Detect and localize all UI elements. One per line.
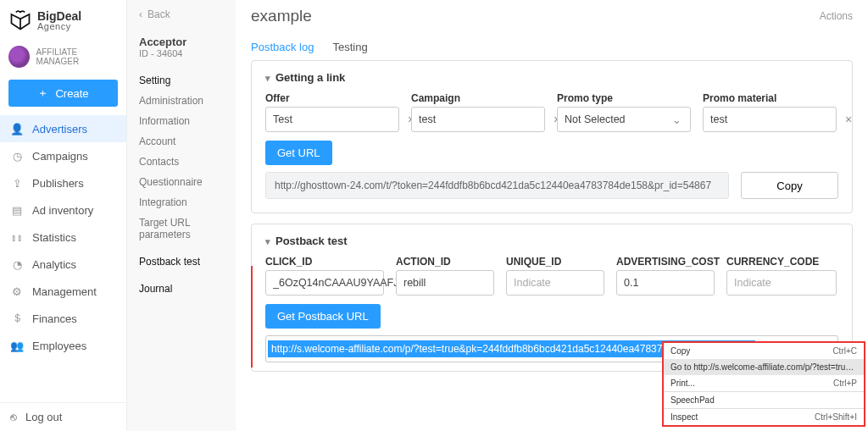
ctx-goto[interactable]: Go to http://s.welcome-affiliate.com/p/?… xyxy=(664,359,864,375)
ctx-inspect-label: Inspect xyxy=(670,412,698,422)
highlight-annotation xyxy=(251,266,253,367)
nav-ad-inventory[interactable]: ▤Ad inventory xyxy=(0,196,126,224)
nav-analytics[interactable]: ◔Analytics xyxy=(0,251,126,278)
click-id-label: CLICK_ID xyxy=(265,256,384,268)
sub-administration[interactable]: Administration xyxy=(139,91,236,111)
nav-label: Advertisers xyxy=(32,123,87,135)
exit-icon: ⎋ xyxy=(10,411,17,423)
inventory-icon: ▤ xyxy=(10,204,24,217)
back-label: Back xyxy=(147,8,170,20)
unique-id-input[interactable] xyxy=(506,270,604,296)
gear-icon: ⚙ xyxy=(10,285,24,298)
section-title: Postback test xyxy=(275,235,348,247)
nav-label: Campaigns xyxy=(32,150,88,163)
promo-mat-label: Promo material xyxy=(703,92,837,104)
get-url-button[interactable]: Get URL xyxy=(265,141,332,165)
ctx-copy[interactable]: CopyCtrl+C xyxy=(664,343,864,359)
nav-label: Analytics xyxy=(32,258,76,271)
tab-testing[interactable]: Testing xyxy=(332,41,367,53)
logout-label: Log out xyxy=(25,411,62,423)
actions-menu[interactable]: Actions xyxy=(820,10,853,22)
brand-logo-icon xyxy=(8,8,32,32)
nav-employees[interactable]: 👥Employees xyxy=(0,332,126,359)
ctx-print-label: Print... xyxy=(670,379,695,388)
logout-button[interactable]: ⎋ Log out xyxy=(0,402,126,431)
people-icon: 👥 xyxy=(10,340,24,352)
sub-contacts[interactable]: Contacts xyxy=(139,152,236,172)
page-title: example xyxy=(251,7,312,25)
pie-icon: ◔ xyxy=(10,258,24,271)
nav-label: Employees xyxy=(32,340,86,352)
offer-input[interactable]: × xyxy=(265,107,399,132)
ctx-goto-label: Go to http://s.welcome-affiliate.com/p/?… xyxy=(670,362,857,372)
acceptor-label: Acceptor xyxy=(139,36,236,48)
ctx-copy-shortcut: Ctrl+C xyxy=(832,346,857,356)
nav-statistics[interactable]: ⫾⫾Statistics xyxy=(0,224,126,251)
ctx-print-shortcut: Ctrl+P xyxy=(833,379,857,388)
clear-icon[interactable]: × xyxy=(843,113,854,126)
ctx-inspect-shortcut: Ctrl+Shift+I xyxy=(815,412,857,422)
chevron-down-icon[interactable] xyxy=(265,235,270,247)
promo-mat-input[interactable]: × xyxy=(703,107,837,132)
acceptor-id: ID - 34604 xyxy=(139,48,236,58)
nav-publishers[interactable]: ⇪Publishers xyxy=(0,169,126,196)
nav-management[interactable]: ⚙Management xyxy=(0,278,126,305)
currency-label: CURRENCY_CODE xyxy=(726,256,837,268)
adv-cost-label: ADVERTISING_COST xyxy=(616,256,715,268)
section-title: Getting a link xyxy=(275,71,345,84)
adv-cost-input[interactable] xyxy=(616,270,715,296)
nav-label: Publishers xyxy=(32,177,84,190)
upload-icon: ⇪ xyxy=(10,177,24,190)
generated-url[interactable]: http://ghosttown-24.com/t/?token=244fddf… xyxy=(265,172,729,199)
create-button[interactable]: ＋ Create xyxy=(8,80,118,107)
back-button[interactable]: ‹ Back xyxy=(139,8,236,20)
nav-advertisers[interactable]: 👤Advertisers xyxy=(0,115,126,142)
sub-target-url[interactable]: Target URL parameters xyxy=(139,213,236,245)
copy-button[interactable]: Copy xyxy=(741,172,838,199)
brand: BigDealAgency xyxy=(0,0,126,36)
nav-label: Statistics xyxy=(32,231,76,244)
unique-id-label: UNIQUE_ID xyxy=(506,256,604,268)
chevron-down-icon[interactable] xyxy=(265,71,270,84)
brand-name-2: Agency xyxy=(37,22,81,31)
dollar-icon: ＄ xyxy=(10,311,24,326)
chevron-left-icon: ‹ xyxy=(139,8,142,20)
clock-icon: ◷ xyxy=(10,150,24,163)
role-label: AFFILIATE MANAGER xyxy=(36,47,118,66)
sub-integration[interactable]: Integration xyxy=(139,192,236,213)
ctx-print[interactable]: Print...Ctrl+P xyxy=(664,375,864,391)
promo-type-label: Promo type xyxy=(557,92,691,104)
ctx-copy-label: Copy xyxy=(670,346,690,356)
ctx-inspect[interactable]: InspectCtrl+Shift+I xyxy=(664,409,864,425)
plus-icon: ＋ xyxy=(37,86,48,101)
action-id-input[interactable]: × xyxy=(396,270,494,296)
campaign-label: Campaign xyxy=(411,92,545,104)
click-id-input[interactable] xyxy=(265,270,384,296)
sub-information[interactable]: Information xyxy=(139,111,236,131)
campaign-input[interactable]: × xyxy=(411,107,545,132)
nav-label: Management xyxy=(32,285,97,298)
currency-input[interactable] xyxy=(726,270,837,296)
avatar xyxy=(8,46,30,68)
sub-journal[interactable]: Journal xyxy=(139,279,236,299)
get-postback-url-button[interactable]: Get Postback URL xyxy=(265,304,381,329)
nav-label: Finances xyxy=(32,312,77,325)
action-id-label: ACTION_ID xyxy=(396,256,494,268)
create-label: Create xyxy=(55,87,88,100)
promo-type-value: Not Selected xyxy=(565,113,626,125)
offer-label: Offer xyxy=(265,92,399,104)
sub-setting[interactable]: Setting xyxy=(139,70,236,91)
ctx-speechpad[interactable]: SpeechPad xyxy=(664,392,864,408)
promo-type-select[interactable]: Not Selected⌄ xyxy=(557,107,691,132)
chevron-down-icon[interactable]: ⌄ xyxy=(670,113,683,126)
tab-postback-log[interactable]: Postback log xyxy=(251,41,314,53)
sub-postback[interactable]: Postback test xyxy=(139,251,236,272)
bars-icon: ⫾⫾ xyxy=(10,231,24,244)
nav-campaigns[interactable]: ◷Campaigns xyxy=(0,142,126,169)
ctx-speech-label: SpeechPad xyxy=(670,395,715,405)
sub-questionnaire[interactable]: Questionnaire xyxy=(139,172,236,192)
context-menu: CopyCtrl+C Go to http://s.welcome-affili… xyxy=(662,341,865,427)
panel-get-link: Getting a link Offer × Campaign × Promo … xyxy=(251,60,853,213)
sub-account[interactable]: Account xyxy=(139,131,236,152)
nav-finances[interactable]: ＄Finances xyxy=(0,305,126,332)
